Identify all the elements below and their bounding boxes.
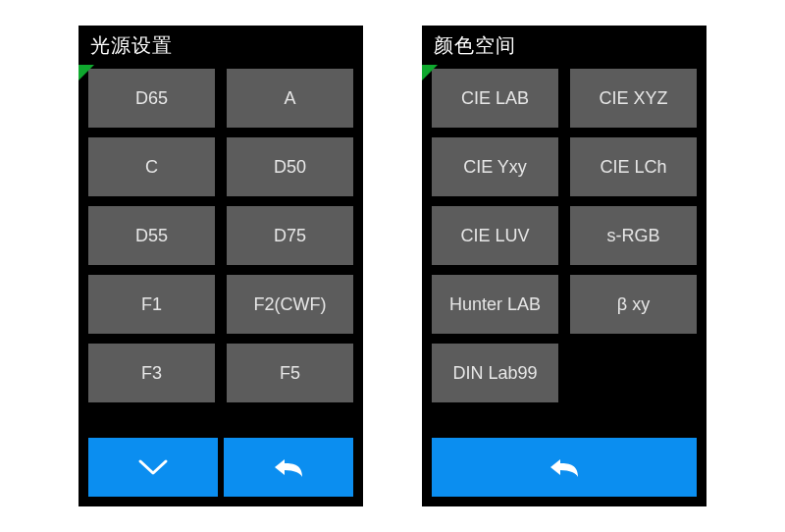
option-d75[interactable]: D75: [227, 206, 353, 265]
option-label: D50: [274, 157, 306, 178]
title-text: 光源设置: [90, 32, 173, 59]
option-hunter-lab[interactable]: Hunter LAB: [432, 275, 558, 334]
option-cie-xyz[interactable]: CIE XYZ: [570, 69, 697, 128]
option-c[interactable]: C: [88, 137, 215, 196]
option-din-lab99[interactable]: DIN Lab99: [432, 344, 558, 402]
panel-content: D65 A C D50 D55 D75 F1 F2(CWF) F3 F5: [78, 65, 363, 438]
option-label: D75: [274, 226, 306, 246]
color-space-panel: 颜色空间 CIE LAB CIE XYZ CIE Yxy CIE LCh CIE…: [422, 26, 706, 506]
option-label: D65: [135, 88, 168, 109]
panel-title: 光源设置: [78, 26, 363, 65]
option-f1[interactable]: F1: [88, 275, 215, 334]
option-beta-xy[interactable]: β xy: [570, 275, 697, 334]
selection-marker-icon: [422, 65, 438, 80]
back-arrow-icon: [271, 455, 306, 479]
panel-title: 颜色空间: [422, 26, 706, 65]
option-f3[interactable]: F3: [88, 344, 215, 402]
title-text: 颜色空间: [434, 32, 516, 59]
light-source-panel: 光源设置 D65 A C D50 D55 D75 F1 F2(CWF) F3 F…: [78, 26, 363, 506]
option-label: C: [145, 157, 158, 178]
footer-bar: [78, 438, 363, 506]
option-cie-yxy[interactable]: CIE Yxy: [432, 137, 558, 196]
option-d50[interactable]: D50: [227, 137, 353, 196]
option-label: F1: [141, 294, 162, 315]
back-button[interactable]: [432, 438, 697, 497]
page-down-button[interactable]: [88, 438, 218, 497]
option-f5[interactable]: F5: [227, 344, 353, 402]
option-label: F2(CWF): [254, 294, 327, 315]
option-label: F3: [141, 363, 162, 384]
back-button[interactable]: [224, 438, 353, 497]
option-label: CIE LCh: [600, 157, 666, 178]
option-cie-lch[interactable]: CIE LCh: [570, 137, 697, 196]
chevron-down-icon: [136, 457, 170, 477]
option-f2cwf[interactable]: F2(CWF): [227, 275, 353, 334]
option-grid: D65 A C D50 D55 D75 F1 F2(CWF) F3 F5: [88, 69, 353, 402]
option-cie-lab[interactable]: CIE LAB: [432, 69, 558, 128]
option-d65[interactable]: D65: [88, 69, 215, 128]
back-arrow-icon: [547, 455, 582, 479]
option-label: CIE XYZ: [599, 88, 667, 109]
option-label: β xy: [617, 294, 650, 315]
option-label: F5: [280, 363, 300, 384]
option-label: A: [284, 88, 295, 109]
option-label: s-RGB: [607, 226, 660, 246]
option-cie-luv[interactable]: CIE LUV: [432, 206, 558, 265]
option-label: CIE LAB: [461, 88, 529, 109]
option-a[interactable]: A: [227, 69, 353, 128]
option-label: D55: [135, 226, 168, 246]
option-d55[interactable]: D55: [88, 206, 215, 265]
option-label: DIN Lab99: [452, 363, 537, 384]
option-label: CIE Yxy: [463, 157, 527, 178]
option-grid: CIE LAB CIE XYZ CIE Yxy CIE LCh CIE LUV …: [432, 69, 697, 402]
footer-bar: [422, 438, 706, 506]
option-label: Hunter LAB: [449, 294, 541, 315]
option-srgb[interactable]: s-RGB: [570, 206, 697, 265]
option-label: CIE LUV: [460, 226, 529, 246]
panel-content: CIE LAB CIE XYZ CIE Yxy CIE LCh CIE LUV …: [422, 65, 706, 438]
selection-marker-icon: [78, 65, 94, 80]
